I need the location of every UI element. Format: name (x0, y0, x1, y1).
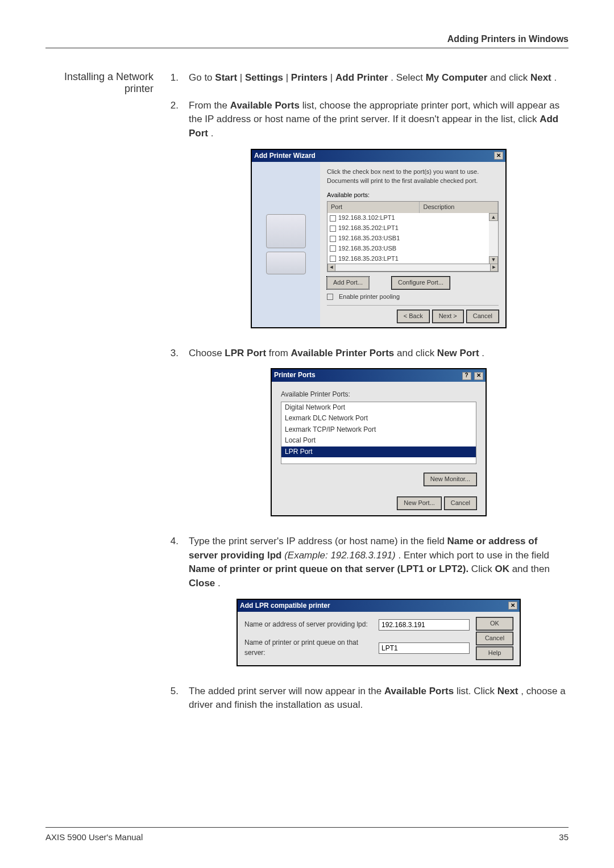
server-address-input[interactable] (379, 619, 470, 631)
step-number: 3. (167, 347, 179, 521)
action-next: Next (497, 686, 518, 696)
list-item-selected[interactable]: LPR Port (281, 446, 476, 457)
new-port-button[interactable]: New Port... (397, 497, 441, 510)
available-ports-label: Available Ports (230, 100, 300, 111)
text: . (211, 128, 214, 139)
text: Choose (189, 348, 225, 358)
help-icon[interactable]: ? (462, 372, 471, 380)
close-icon[interactable]: ✕ (494, 152, 503, 160)
text: Click (471, 564, 495, 574)
close-icon[interactable]: ✕ (508, 602, 517, 610)
configure-port-button[interactable]: Configure Port... (392, 277, 450, 289)
path-printers: Printers (291, 72, 327, 83)
column-port[interactable]: Port (327, 202, 420, 213)
port-row[interactable]: 192.168.35.203:USB1 (327, 233, 489, 244)
checkbox-icon[interactable] (330, 226, 336, 232)
available-ports-label: Available Ports (384, 686, 454, 696)
dialog-titlebar: Add LPR compatible printer ✕ (238, 600, 520, 612)
text: . Select (391, 72, 425, 83)
cancel-button[interactable]: Cancel (445, 497, 476, 510)
printer-icon (266, 252, 306, 274)
checkbox-icon[interactable] (330, 245, 336, 252)
text: From the (189, 100, 230, 111)
add-lpr-printer-dialog: Add LPR compatible printer ✕ Name or add… (237, 599, 521, 666)
printer-queue-input[interactable] (379, 642, 470, 654)
scroll-left-icon[interactable]: ◄ (327, 264, 335, 272)
action-next: Next (530, 72, 551, 83)
dialog-titlebar: Add Printer Wizard ✕ (252, 150, 505, 162)
port-row[interactable]: 192.168.3.102:LPT1 (327, 213, 489, 223)
help-button[interactable]: Help (476, 647, 513, 660)
printer-ports-dialog: Printer Ports ? ✕ Available Printer Port… (271, 368, 487, 516)
checkbox-icon[interactable] (330, 256, 336, 262)
printer-ports-listbox[interactable]: Digital Network Port Lexmark DLC Network… (281, 402, 476, 464)
enable-pooling-label: Enable printer pooling (339, 293, 400, 302)
section-title: Adding Printers in Windows (447, 34, 569, 44)
checkbox-icon[interactable] (330, 215, 336, 222)
port-row[interactable]: 192.168.35.203:USB (327, 244, 489, 254)
dialog-title: Add Printer Wizard (254, 151, 316, 161)
back-button[interactable]: < Back (397, 310, 429, 323)
printer-icon (266, 214, 306, 248)
dialog-description: Click the check box next to the port(s) … (327, 168, 499, 186)
scroll-right-icon[interactable]: ► (490, 264, 498, 272)
wizard-sidebar-image (252, 162, 320, 327)
port-text: 192.168.35.202:LPT1 (338, 224, 399, 233)
field-label-queue: Name of printer or print queue on that s… (189, 564, 468, 574)
port-text: 192.168.35.203:USB (338, 244, 396, 253)
text: . Enter which port to use in the field (399, 550, 550, 561)
text: and click (490, 72, 530, 83)
new-monitor-button[interactable]: New Monitor... (424, 473, 476, 486)
step-number: 5. (167, 685, 179, 712)
list-item[interactable]: Digital Network Port (281, 402, 476, 413)
text: Go to (189, 72, 215, 83)
scroll-down-icon[interactable]: ▼ (489, 256, 498, 264)
step-2: 2. From the Available Ports list, choose… (167, 99, 569, 333)
list-item[interactable]: Lexmark TCP/IP Network Port (281, 424, 476, 435)
text: . (482, 348, 484, 358)
cancel-button[interactable]: Cancel (467, 310, 499, 323)
close-icon[interactable]: ✕ (474, 372, 483, 380)
port-text: 192.168.35.203:LPT1 (338, 254, 399, 264)
margin-heading: Installing a Network printer (45, 71, 154, 726)
path-add-printer: Add Printer (335, 72, 388, 83)
new-port-label: New Port (437, 348, 479, 358)
example-text: (Example: 192.168.3.191) (284, 550, 396, 561)
margin-heading-line2: printer (45, 83, 154, 95)
available-printer-ports-label: Available Printer Ports: (281, 390, 476, 399)
step-1: 1. Go to Start | Settings | Printers | A… (167, 71, 569, 85)
sep: | (330, 72, 335, 83)
port-text: 192.168.35.203:USB1 (338, 234, 400, 243)
path-start: Start (215, 72, 237, 83)
column-description[interactable]: Description (420, 202, 498, 213)
list-item[interactable]: Local Port (281, 435, 476, 446)
page-header: Adding Printers in Windows (45, 34, 569, 48)
scroll-up-icon[interactable]: ▲ (489, 213, 498, 221)
text: and then (512, 564, 550, 574)
ok-button[interactable]: OK (476, 617, 513, 630)
text: from (269, 348, 291, 358)
dialog-title: Add LPR compatible printer (240, 601, 330, 611)
step-number: 2. (167, 99, 179, 333)
list-item[interactable]: Lexmark DLC Network Port (281, 413, 476, 424)
add-port-button[interactable]: Add Port... (327, 277, 369, 289)
step-number: 4. (167, 535, 179, 671)
sep: | (240, 72, 245, 83)
ports-listbox[interactable]: Port Description 192.168.3.102:LPT1 192.… (327, 201, 499, 272)
page-footer: AXIS 5900 User's Manual 35 (45, 827, 569, 842)
step-3: 3. Choose LPR Port from Available Printe… (167, 347, 569, 521)
action-ok: OK (495, 564, 509, 574)
port-row[interactable]: 192.168.35.203:LPT1 (327, 254, 489, 264)
checkbox-icon[interactable] (330, 236, 336, 242)
path-settings: Settings (245, 72, 283, 83)
footer-page-number: 35 (559, 832, 569, 842)
step-number: 1. (167, 71, 179, 85)
scrollbar-vertical[interactable]: ▲ ▼ (489, 213, 498, 264)
footer-left: AXIS 5900 User's Manual (45, 832, 143, 842)
scrollbar-horizontal[interactable]: ◄ ► (327, 264, 498, 272)
port-row[interactable]: 192.168.35.202:LPT1 (327, 223, 489, 233)
cancel-button[interactable]: Cancel (476, 632, 513, 645)
checkbox-icon[interactable] (327, 294, 333, 300)
margin-heading-line1: Installing a Network (45, 71, 154, 83)
next-button[interactable]: Next > (433, 310, 463, 323)
